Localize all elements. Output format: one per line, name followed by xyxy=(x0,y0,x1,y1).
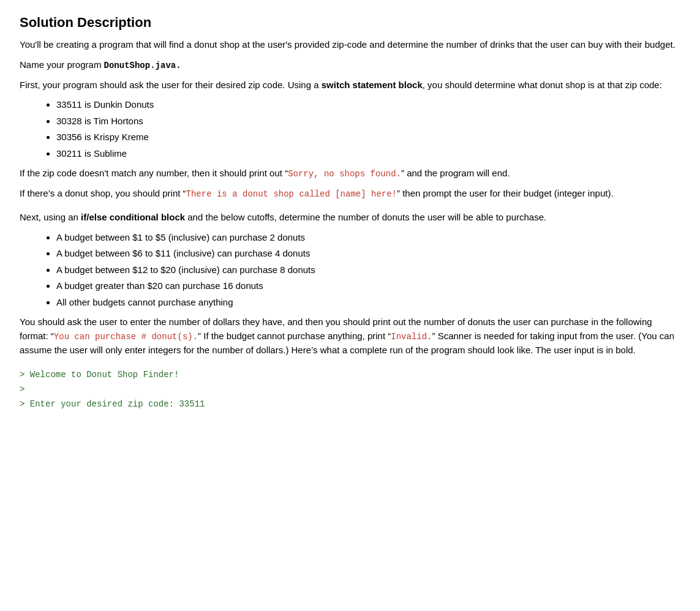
ask-code: You can purchase # donut(s). xyxy=(54,332,198,342)
shop-found-code: There is a donut shop called [name] here… xyxy=(186,189,397,199)
ask-after: ” If the budget cannot purchase anything… xyxy=(198,331,391,341)
list-item: 30211 is Sublime xyxy=(56,147,680,161)
list-item: All other budgets cannot purchase anythi… xyxy=(56,296,680,310)
next-after: and the below cutoffs, determine the num… xyxy=(185,212,546,222)
switch-intro-after: , you should determine what donut shop i… xyxy=(423,80,662,90)
budget-list: A budget between $1 to $5 (inclusive) ca… xyxy=(56,231,680,310)
switch-paragraph: First, your program should ask the user … xyxy=(20,78,680,92)
terminal-block: > Welcome to Donut Shop Finder! > > Ente… xyxy=(20,368,680,411)
list-item: 33511 is Dunkin Donuts xyxy=(56,98,680,112)
no-match-paragraph: If the zip code doesn't match any number… xyxy=(20,167,680,181)
intro-paragraph: You'll be creating a program that will f… xyxy=(20,38,680,52)
list-item: A budget between $12 to $20 (inclusive) … xyxy=(56,263,680,277)
switch-bold: switch statement block xyxy=(322,80,423,90)
list-item: 30356 is Krispy Kreme xyxy=(56,130,680,144)
no-match-code: Sorry, no shops found. xyxy=(288,169,401,179)
no-match-before: If the zip code doesn't match any number… xyxy=(20,168,288,178)
list-item: A budget greater than $20 can purchase 1… xyxy=(56,279,680,293)
shop-found-after: ” then prompt the user for their budget … xyxy=(397,188,614,198)
invalid-code: Invalid. xyxy=(391,332,432,342)
list-item: A budget between $6 to $11 (inclusive) c… xyxy=(56,247,680,261)
name-code: DonutShop.java. xyxy=(104,61,181,70)
terminal-line-2: > xyxy=(20,383,680,397)
switch-intro-before: First, your program should ask the user … xyxy=(20,80,322,90)
page-title: Solution Description xyxy=(20,15,680,31)
terminal-line-3: > Enter your desired zip code: 33511 xyxy=(20,397,680,412)
name-label: Name your program xyxy=(20,59,104,70)
terminal-line-1: > Welcome to Donut Shop Finder! xyxy=(20,368,680,383)
zip-code-list: 33511 is Dunkin Donuts 30328 is Tim Hort… xyxy=(56,98,680,160)
shop-found-paragraph: If there’s a donut shop, you should prin… xyxy=(20,187,680,201)
next-bold: if/else conditional block xyxy=(81,212,185,222)
list-item: 30328 is Tim Hortons xyxy=(56,114,680,129)
next-before: Next, using an xyxy=(20,212,81,222)
shop-found-before: If there’s a donut shop, you should prin… xyxy=(20,188,186,198)
name-paragraph: Name your program DonutShop.java. xyxy=(20,58,680,72)
next-paragraph: Next, using an if/else conditional block… xyxy=(20,211,680,225)
list-item: A budget between $1 to $5 (inclusive) ca… xyxy=(56,231,680,245)
no-match-after: ” and the program will end. xyxy=(401,168,510,178)
ask-paragraph: You should ask the user to enter the num… xyxy=(20,315,680,357)
